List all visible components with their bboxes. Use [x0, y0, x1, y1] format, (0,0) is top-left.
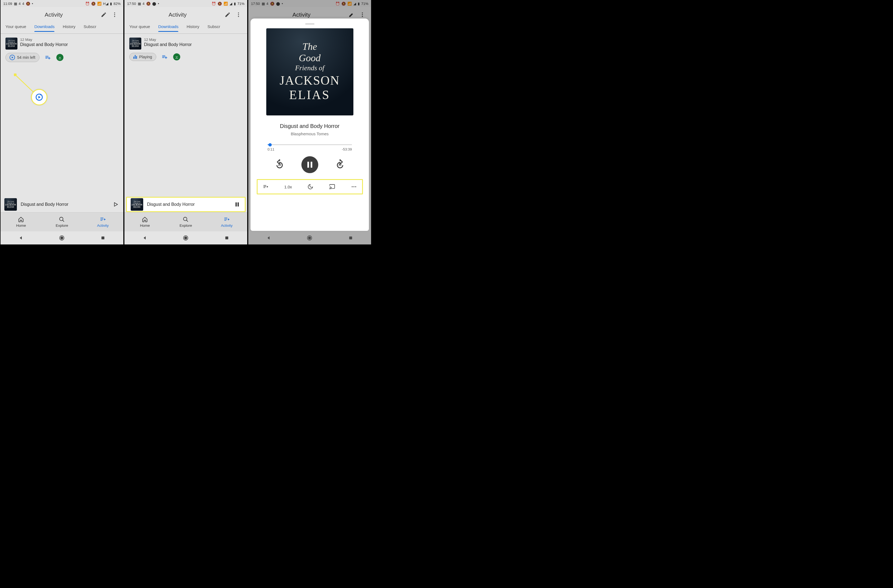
dot-icon: •	[32, 2, 33, 6]
home-icon	[18, 217, 24, 223]
art-line2: Good	[299, 53, 321, 63]
tab-queue[interactable]: Your queue	[129, 24, 150, 32]
battery-icon: ▮	[234, 2, 236, 6]
mini-player-highlighted[interactable]: The GoodFriends ofJACKSONELIAS Disgust a…	[126, 197, 245, 212]
svg-rect-36	[263, 188, 265, 188]
svg-marker-12	[20, 236, 22, 239]
tab-downloads[interactable]: Downloads	[158, 24, 178, 32]
svg-point-16	[238, 12, 239, 14]
progress-bar[interactable]: 0:11 -53:39	[268, 144, 352, 151]
art-line1: The	[302, 41, 317, 52]
cast-button[interactable]	[329, 184, 336, 190]
title-bar: Activity	[125, 7, 247, 22]
svg-marker-5	[114, 203, 117, 206]
svg-point-17	[238, 14, 239, 15]
nav-home-label: Home	[140, 224, 150, 227]
status-bar: 17:50 ▦ 4 🔕 ⬤ • ⏰ 🔕 📶 ◢ ▮ 71%	[125, 0, 247, 7]
mini-pause-button[interactable]	[233, 202, 241, 207]
downloaded-badge[interactable]	[56, 54, 63, 61]
progress-knob[interactable]	[268, 143, 272, 146]
nav-explore[interactable]: Explore	[41, 213, 82, 232]
downloaded-badge[interactable]	[173, 53, 180, 60]
page-title: Activity	[168, 11, 187, 18]
svg-point-0	[114, 12, 115, 14]
mini-title: Disgust and Body Horror	[21, 202, 108, 207]
episode-title: Disgust and Body Horror	[20, 42, 68, 47]
nav-explore-label: Explore	[180, 224, 192, 227]
tab-history[interactable]: History	[63, 24, 75, 32]
more-button[interactable]	[109, 9, 120, 20]
play-chip[interactable]: 54 min left	[6, 53, 39, 62]
sleep-button[interactable]	[307, 184, 313, 190]
skip-back-button[interactable]: 10	[273, 158, 286, 171]
tabs: Your queue Downloads History Subscr	[0, 22, 123, 34]
home-icon	[142, 217, 148, 223]
svg-point-18	[238, 16, 239, 17]
overflow-button[interactable]	[351, 184, 357, 190]
gallery-icon: ▦	[14, 2, 17, 6]
edit-button[interactable]	[98, 9, 109, 20]
mini-play-button[interactable]	[112, 202, 120, 207]
more-button[interactable]	[233, 9, 244, 20]
sys-back[interactable]	[18, 235, 24, 241]
episode-item[interactable]: The GoodFriends ofJACKSONELIAS 12 May Di…	[125, 34, 247, 61]
drag-handle[interactable]	[305, 23, 314, 24]
wifi-icon: 📶	[97, 2, 102, 6]
episode-thumb: The GoodFriends of JACKSONELIAS	[6, 38, 17, 50]
svg-line-7	[63, 220, 64, 222]
equalizer-icon	[134, 55, 137, 59]
svg-rect-9	[101, 219, 104, 220]
sys-back[interactable]	[266, 235, 272, 241]
sys-home[interactable]	[59, 235, 65, 241]
mini-player[interactable]: The GoodFriends of JACKSONELIAS Disgust …	[0, 197, 123, 212]
playing-label: Playing	[139, 55, 152, 59]
sys-recent[interactable]	[224, 235, 230, 241]
skip-forward-button[interactable]: 30	[334, 158, 347, 171]
queue-button[interactable]	[262, 184, 269, 189]
nav-explore[interactable]: Explore	[165, 213, 206, 232]
svg-rect-35	[263, 186, 266, 187]
svg-point-2	[114, 16, 115, 17]
sys-home[interactable]	[183, 235, 189, 241]
now-playing-title: Disgust and Body Horror	[280, 123, 340, 129]
sys-home[interactable]	[307, 235, 313, 241]
svg-line-22	[186, 220, 188, 222]
tab-subs[interactable]: Subscr	[84, 24, 96, 32]
search-icon	[183, 217, 189, 223]
svg-rect-25	[224, 220, 226, 221]
mini-thumb: The GoodFriends ofJACKSONELIAS	[131, 198, 143, 211]
nav-home[interactable]: Home	[125, 213, 165, 232]
tab-queue[interactable]: Your queue	[6, 24, 26, 32]
sys-back[interactable]	[142, 235, 148, 241]
activity-icon	[224, 217, 230, 223]
dnd-icon: 🔕	[26, 2, 30, 6]
nav-explore-label: Explore	[56, 224, 68, 227]
svg-rect-15	[101, 236, 104, 239]
playing-chip[interactable]: Playing	[129, 53, 156, 61]
nav-activity[interactable]: Activity	[206, 213, 247, 232]
tab-history[interactable]: History	[186, 24, 199, 32]
svg-point-41	[355, 186, 356, 187]
sys-recent[interactable]	[348, 235, 354, 241]
system-nav	[125, 232, 247, 244]
episode-item[interactable]: The GoodFriends of JACKSONELIAS 12 May D…	[0, 34, 123, 62]
tab-subs[interactable]: Subscr	[207, 24, 220, 32]
speed-button[interactable]: 1.0x	[284, 185, 292, 189]
tab-downloads[interactable]: Downloads	[34, 24, 54, 32]
nav-activity[interactable]: Activity	[83, 213, 123, 232]
system-nav	[0, 232, 123, 244]
signal-icon: ◢	[230, 2, 232, 6]
edit-button[interactable]	[222, 9, 233, 20]
skip-back-amount: 10	[278, 163, 281, 166]
elapsed: 0:11	[268, 147, 274, 151]
add-to-queue-button[interactable]	[161, 54, 168, 60]
sys-recent[interactable]	[100, 235, 106, 241]
pause-button[interactable]	[301, 156, 318, 173]
callout-highlight	[31, 89, 47, 105]
svg-marker-42	[268, 236, 270, 239]
add-to-queue-button[interactable]	[44, 54, 51, 60]
wifi-icon: 📶	[224, 2, 228, 6]
nav-activity-label: Activity	[221, 224, 233, 227]
mute-icon: 🔕	[91, 2, 96, 6]
nav-home[interactable]: Home	[0, 213, 41, 232]
